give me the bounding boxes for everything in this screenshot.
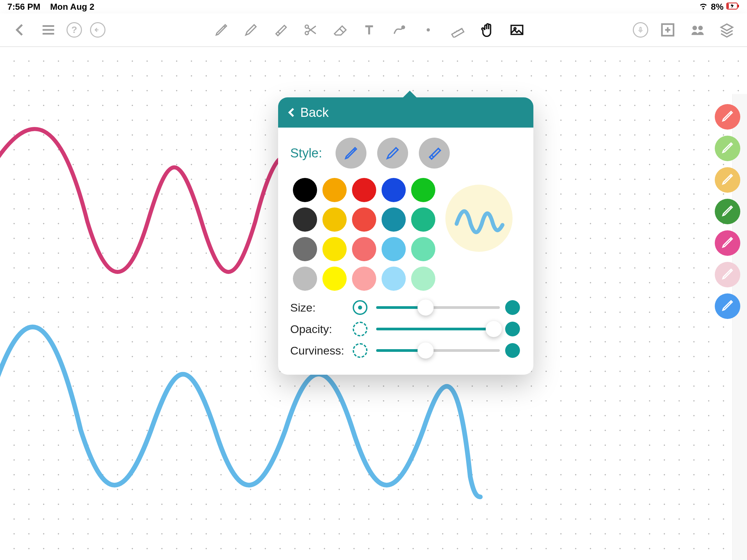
laser-tool[interactable] [418, 20, 438, 40]
color-swatch-2-2[interactable] [352, 237, 376, 261]
highlighter-tool[interactable] [271, 20, 290, 40]
mic-button[interactable] [633, 22, 648, 37]
preset-red[interactable] [715, 104, 740, 130]
color-swatch-3-0[interactable] [293, 267, 317, 291]
color-swatch-2-1[interactable] [323, 237, 346, 261]
color-swatch-0-4[interactable] [411, 178, 435, 202]
eraser-tool[interactable] [330, 20, 350, 40]
battery-text: 8% [711, 2, 723, 12]
color-swatch-0-0[interactable] [293, 178, 317, 202]
size-slider[interactable] [376, 300, 500, 315]
style-pen[interactable] [336, 138, 366, 168]
style-pencil[interactable] [377, 138, 408, 168]
color-swatch-2-4[interactable] [411, 237, 435, 261]
curviness-min-icon[interactable] [353, 343, 367, 358]
pen-icon [720, 204, 735, 219]
curviness-slider[interactable] [376, 343, 500, 358]
color-swatch-1-4[interactable] [411, 208, 435, 232]
color-grid [290, 178, 435, 291]
status-date: Mon Aug 2 [50, 2, 94, 12]
help-button[interactable]: ? [67, 22, 82, 37]
status-bar: 7:56 PM Mon Aug 2 8% [0, 0, 747, 14]
preset-yellow[interactable] [715, 167, 740, 193]
status-time: 7:56 PM [7, 2, 40, 12]
curviness-label: Curviness: [290, 344, 347, 357]
share-button[interactable] [687, 20, 707, 40]
pen-icon [720, 109, 735, 125]
menu-button[interactable] [38, 20, 58, 40]
popover-back-label: Back [300, 105, 329, 120]
preset-dkgreen[interactable] [715, 199, 740, 224]
size-max-icon[interactable] [505, 300, 520, 315]
text-tool[interactable] [359, 20, 379, 40]
undo-button[interactable] [90, 22, 105, 37]
style-label: Style: [290, 146, 322, 160]
stroke-pink [0, 129, 282, 272]
pen-icon [720, 172, 735, 188]
size-label: Size: [290, 301, 347, 314]
scissors-tool[interactable] [300, 20, 320, 40]
pen-tool[interactable] [211, 20, 231, 40]
layers-button[interactable] [717, 20, 737, 40]
preset-green[interactable] [715, 136, 740, 161]
curviness-max-icon[interactable] [505, 343, 520, 358]
opacity-label: Opacity: [290, 323, 347, 336]
color-swatch-1-1[interactable] [323, 208, 346, 232]
preset-pink[interactable] [715, 230, 740, 256]
style-highlighter[interactable] [419, 138, 450, 168]
shape-tool[interactable] [389, 20, 409, 40]
hand-tool[interactable] [477, 20, 497, 40]
color-swatch-0-1[interactable] [323, 178, 346, 202]
opacity-slider-row: Opacity: [290, 322, 523, 337]
color-swatch-2-3[interactable] [382, 237, 406, 261]
preset-blue[interactable] [715, 293, 740, 319]
color-swatch-1-2[interactable] [352, 208, 376, 232]
style-buttons [336, 138, 450, 168]
svg-point-4 [305, 31, 309, 35]
color-swatch-2-0[interactable] [293, 237, 317, 261]
curviness-slider-row: Curviness: [290, 343, 523, 358]
color-swatch-0-3[interactable] [382, 178, 406, 202]
canvas[interactable]: Back Style: Size:Opacit [0, 47, 747, 560]
svg-rect-1 [727, 3, 728, 8]
pen-icon [720, 267, 735, 282]
size-min-icon[interactable] [353, 300, 367, 315]
svg-rect-10 [640, 27, 641, 31]
color-swatch-1-3[interactable] [382, 208, 406, 232]
color-swatch-3-4[interactable] [411, 267, 435, 291]
wifi-icon [699, 1, 708, 13]
popover-back-button[interactable]: Back [278, 97, 533, 128]
stroke-preview [445, 185, 513, 252]
pencil-tool[interactable] [241, 20, 261, 40]
image-tool[interactable] [507, 20, 527, 40]
svg-rect-7 [452, 29, 464, 37]
tool-popover: Back Style: Size:Opacit [278, 97, 533, 375]
opacity-slider[interactable] [376, 322, 500, 337]
svg-point-3 [305, 25, 309, 29]
svg-point-6 [427, 28, 430, 31]
preset-ltpink[interactable] [715, 262, 740, 287]
svg-point-5 [402, 26, 405, 29]
back-button[interactable] [10, 20, 30, 40]
color-swatch-3-3[interactable] [382, 267, 406, 291]
popover-arrow-icon [403, 91, 417, 98]
pen-icon [720, 141, 735, 156]
help-icon: ? [71, 25, 77, 35]
ruler-tool[interactable] [448, 20, 468, 40]
pen-icon [720, 235, 735, 251]
opacity-max-icon[interactable] [505, 322, 520, 337]
color-swatch-3-1[interactable] [323, 267, 346, 291]
color-swatch-0-2[interactable] [352, 178, 376, 202]
toolbar: ? [0, 14, 747, 47]
svg-point-13 [698, 26, 703, 30]
battery-icon [726, 2, 740, 12]
color-swatch-1-0[interactable] [293, 208, 317, 232]
size-slider-row: Size: [290, 300, 523, 315]
svg-rect-2 [738, 5, 739, 7]
color-swatch-3-2[interactable] [352, 267, 376, 291]
opacity-min-icon[interactable] [353, 322, 367, 337]
add-button[interactable] [658, 20, 678, 40]
pen-icon [720, 298, 735, 314]
svg-point-12 [693, 26, 697, 30]
preview-stroke-icon [457, 211, 503, 232]
